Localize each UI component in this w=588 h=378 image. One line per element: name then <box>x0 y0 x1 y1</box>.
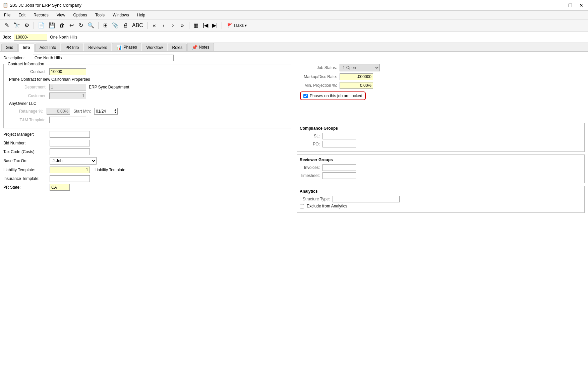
settings-button[interactable]: ⚙ <box>23 21 31 30</box>
main-content: Description: Contract Information Contra… <box>0 52 588 378</box>
tab-info-label: Info <box>23 45 30 50</box>
menu-tools[interactable]: Tools <box>94 12 106 18</box>
pr-state-input[interactable] <box>50 184 70 191</box>
grid-button[interactable]: ⊞ <box>101 21 109 30</box>
window-title: 205 JC Jobs for ERP Sync Company <box>10 3 81 8</box>
base-tax-on-select[interactable]: J-Job C-Contract L-Line <box>50 157 97 165</box>
separator-2 <box>98 22 99 29</box>
compliance-sl-label: SL: <box>300 134 320 138</box>
tax-code-input[interactable] <box>50 148 90 155</box>
contract-input[interactable] <box>49 68 86 75</box>
spell-button[interactable]: ABC <box>131 21 144 30</box>
end-button[interactable]: ▶| <box>211 21 219 30</box>
save-button[interactable]: 💾 <box>47 21 57 30</box>
redo-button[interactable]: ↻ <box>77 21 85 30</box>
job-number-input[interactable] <box>14 34 47 41</box>
view-button[interactable]: ▦ <box>192 21 200 30</box>
delete-button[interactable]: 🗑 <box>58 21 66 30</box>
reviewer-timesheet-input[interactable] <box>322 172 356 179</box>
menu-help[interactable]: Help <box>136 12 147 18</box>
phases-locked-row: Phases on this job are locked <box>300 91 366 100</box>
attach-button[interactable]: 📎 <box>111 21 120 30</box>
tab-reviewers[interactable]: Reviewers <box>84 44 111 51</box>
reviewer-groups-section: Reviewer Groups Invoices: Timesheet: <box>297 154 585 183</box>
edit-button[interactable]: ✎ <box>3 21 11 30</box>
exclude-analytics-label: Exclude from Analytics <box>307 204 347 208</box>
prev-button[interactable]: ‹ <box>160 21 168 30</box>
reviewer-invoices-input[interactable] <box>322 164 356 171</box>
liability-template-name: Liability Template <box>95 168 125 172</box>
exclude-analytics-checkbox[interactable] <box>300 204 304 208</box>
department-input[interactable] <box>49 84 86 90</box>
min-proj-input[interactable] <box>340 82 373 89</box>
tab-prinfo[interactable]: PR Info <box>61 44 83 51</box>
exclude-analytics-row: Exclude from Analytics <box>300 204 582 208</box>
contract-label: Contract: <box>6 69 47 74</box>
customer-input[interactable] <box>49 92 86 99</box>
tab-reviewers-label: Reviewers <box>88 45 107 50</box>
last-button[interactable]: » <box>178 21 186 30</box>
reviewer-invoices-row: Invoices: <box>300 164 582 171</box>
start-mth-input[interactable] <box>95 108 113 114</box>
start-mth-down[interactable]: ▼ <box>114 111 117 114</box>
menu-edit[interactable]: Edit <box>17 12 27 18</box>
tasks-button[interactable]: 🚩 Tasks ▾ <box>225 21 249 30</box>
job-name-display: One North Hills <box>50 35 77 40</box>
tab-notes[interactable]: 📌 Notes <box>187 43 214 51</box>
liability-template-input[interactable] <box>50 167 90 173</box>
phases-locked-checkbox[interactable] <box>303 94 308 98</box>
tm-template-input[interactable] <box>49 117 86 123</box>
first-button[interactable]: « <box>150 21 158 30</box>
pr-state-label: PR State: <box>3 185 47 190</box>
markup-label: Markup/Disc Rate: <box>297 74 337 79</box>
tab-phases[interactable]: 📊 Phases <box>112 43 141 51</box>
retainage-input[interactable] <box>47 108 70 115</box>
prime-contract-text: Prime Contract for new Californian Prope… <box>6 77 288 82</box>
compliance-po-input[interactable] <box>322 141 356 147</box>
restore-button[interactable]: ☐ <box>566 3 575 8</box>
next-button[interactable]: › <box>169 21 177 30</box>
search-button[interactable]: 🔍 <box>86 21 96 30</box>
tab-grid[interactable]: Grid <box>1 44 18 51</box>
start-mth-label: Start Mth: <box>73 109 91 114</box>
base-tax-on-row: Base Tax On: J-Job C-Contract L-Line <box>3 157 291 165</box>
base-tax-on-label: Base Tax On: <box>3 159 47 163</box>
notes-icon: 📌 <box>192 45 197 50</box>
insurance-template-input[interactable] <box>50 175 90 182</box>
left-column: Contract Information Contract: Prime Con… <box>3 64 291 215</box>
menu-windows[interactable]: Windows <box>111 12 130 18</box>
print-button[interactable]: 🖨 <box>121 21 129 30</box>
project-manager-input[interactable] <box>50 131 90 138</box>
tab-workflow[interactable]: Workflow <box>142 44 167 51</box>
bid-number-input[interactable] <box>50 140 90 146</box>
menu-records[interactable]: Records <box>32 12 50 18</box>
analytics-title: Analytics <box>300 189 582 194</box>
menu-view[interactable]: View <box>55 12 67 18</box>
description-input[interactable] <box>33 55 174 61</box>
bid-number-row: Bid Number: <box>3 140 291 146</box>
reviewer-invoices-label: Invoices: <box>300 165 320 170</box>
undo-button[interactable]: ↩ <box>67 21 75 30</box>
tab-roles-label: Roles <box>172 45 183 50</box>
compliance-sl-input[interactable] <box>322 133 356 139</box>
job-status-select[interactable]: 1-Open <box>340 64 380 71</box>
begin-button[interactable]: |◀ <box>201 21 210 30</box>
new-button[interactable]: 📄 <box>37 21 46 30</box>
app-icon: 📋 <box>3 3 8 8</box>
menu-options[interactable]: Options <box>72 12 89 18</box>
markup-input[interactable] <box>340 73 373 80</box>
binoculars-button[interactable]: 🔭 <box>12 21 21 30</box>
minimize-button[interactable]: — <box>555 3 564 8</box>
tab-roles[interactable]: Roles <box>168 44 187 51</box>
structure-type-label: Structure Type: <box>300 197 330 201</box>
department-row: Department: ERP Sync Department <box>6 84 288 90</box>
tab-phases-label: Phases <box>123 45 137 50</box>
contract-info-group: Contract Information Contract: Prime Con… <box>3 64 291 128</box>
tab-addlinfo[interactable]: Add'l Info <box>35 44 61 51</box>
structure-type-input[interactable] <box>333 196 400 202</box>
menu-file[interactable]: File <box>3 12 12 18</box>
tab-prinfo-label: PR Info <box>65 45 79 50</box>
job-status-row: Job Status: 1-Open <box>297 64 585 71</box>
close-button[interactable]: ✕ <box>577 3 585 8</box>
tab-info[interactable]: Info <box>18 44 35 52</box>
